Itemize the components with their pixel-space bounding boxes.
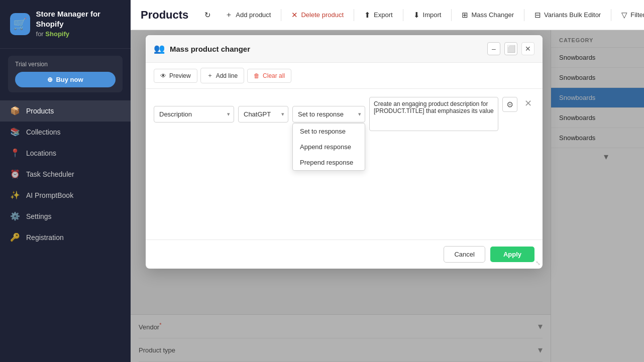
toolbar-divider-1 (281, 9, 281, 21)
sidebar-item-locations[interactable]: 📍 Locations (0, 143, 131, 164)
export-icon: ⬆ (364, 11, 371, 20)
add-product-label: Add product (236, 11, 271, 19)
sidebar-item-products-label: Products (26, 107, 54, 115)
import-icon: ⬇ (413, 11, 420, 20)
buy-now-button[interactable]: ⊕ Buy now (15, 72, 116, 87)
variants-bulk-editor-button[interactable]: ⊟ Variants Bulk Editor (528, 7, 607, 23)
sidebar-item-ai-promptbook[interactable]: ✨ AI PromptBook (0, 185, 131, 206)
dropdown-item-set-to-response[interactable]: Set to response (293, 124, 365, 139)
sidebar-nav: 📦 Products 📚 Collections 📍 Locations ⏰ T… (0, 96, 131, 362)
mass-changer-button[interactable]: ⊞ Mass Changer (456, 7, 520, 23)
toolbar-divider-3 (403, 9, 403, 21)
buy-now-label: Buy now (56, 76, 83, 83)
mass-changer-label: Mass Changer (471, 11, 514, 19)
clear-all-button[interactable]: 🗑 Clear all (247, 69, 291, 83)
main-toolbar: Products ↻ ＋ Add product ✕ Delete produc… (131, 0, 644, 30)
action-select[interactable]: Set to response Append response Prepend … (292, 106, 365, 123)
settings-icon: ⚙️ (10, 211, 20, 221)
filter-label: Filter (630, 11, 644, 19)
modal-close-button[interactable]: ✕ (521, 42, 534, 55)
import-label: Import (423, 11, 442, 19)
toolbar-divider-6 (611, 9, 611, 21)
action-dropdown-popup: Set to response Append response Prepend … (292, 123, 365, 171)
modal-minimize-button[interactable]: – (487, 42, 500, 55)
locations-icon: 📍 (10, 148, 20, 158)
logo-sub: for Shopify (36, 29, 121, 39)
clear-all-label: Clear all (263, 72, 285, 79)
sidebar-item-collections[interactable]: 📚 Collections (0, 122, 131, 143)
products-icon: 📦 (10, 106, 20, 116)
dropdown-item-prepend-response[interactable]: Prepend response (293, 155, 365, 170)
add-line-label: Add line (216, 72, 238, 79)
modal-title: Mass product changer (170, 45, 250, 53)
action-select-container: Set to response Append response Prepend … (292, 106, 365, 123)
sidebar-item-settings[interactable]: ⚙️ Settings (0, 206, 131, 227)
page-title: Products (141, 9, 188, 22)
preview-icon: 👁 (160, 72, 166, 79)
delete-row-button[interactable]: ✕ (521, 97, 534, 110)
resize-handle[interactable]: ⤡ (535, 260, 541, 267)
modal-footer: Cancel Apply ⤡ (146, 239, 543, 269)
modal-overlay: 👥 Mass product changer – ⬜ ✕ 👁 Preview (131, 30, 644, 362)
sidebar-item-registration-label: Registration (26, 233, 64, 242)
mass-changer-icon: ⊞ (462, 11, 468, 20)
modal-header-icon: 👥 (154, 43, 165, 54)
sidebar-item-ai-promptbook-label: AI PromptBook (26, 191, 73, 199)
sidebar-item-settings-label: Settings (26, 212, 52, 220)
buy-now-icon: ⊕ (47, 76, 53, 83)
variants-bulk-editor-label: Variants Bulk Editor (544, 11, 601, 19)
sidebar: 🛒 Store Manager for Shopify for Shopify … (0, 0, 131, 362)
modal-maximize-button[interactable]: ⬜ (504, 42, 517, 55)
logo-for: for (36, 30, 46, 38)
delete-product-button[interactable]: ✕ Delete product (285, 7, 350, 23)
variants-bulk-editor-icon: ⊟ (534, 11, 541, 20)
action-select-wrapper: Set to response Append response Prepend … (292, 106, 365, 123)
chatgpt-prompt-input[interactable]: Create an engaging product description f… (369, 97, 498, 131)
add-line-button[interactable]: ＋ Add line (200, 68, 244, 83)
export-label: Export (374, 11, 393, 19)
sidebar-item-products[interactable]: 📦 Products (0, 100, 131, 122)
modal-title-area: 👥 Mass product changer (154, 43, 250, 54)
add-product-icon: ＋ (225, 10, 233, 20)
preview-label: Preview (169, 72, 191, 79)
modal-header: 👥 Mass product changer – ⬜ ✕ (146, 35, 543, 63)
export-button[interactable]: ⬆ Export (358, 7, 399, 23)
logo-shopify: Shopify (45, 30, 69, 38)
trial-banner: Trial version ⊕ Buy now (8, 56, 123, 92)
modal-controls: – ⬜ ✕ (487, 42, 534, 55)
mass-product-changer-modal: 👥 Mass product changer – ⬜ ✕ 👁 Preview (146, 35, 543, 269)
sidebar-item-task-scheduler[interactable]: ⏰ Task Scheduler (0, 164, 131, 185)
rule-row-1: Description Title Price SKU Vendor Tags (154, 97, 534, 131)
trial-label: Trial version (15, 61, 116, 68)
field-select-wrapper: Description Title Price SKU Vendor Tags (154, 106, 234, 123)
logo-text: Store Manager for Shopify for Shopify (36, 9, 121, 39)
method-select-wrapper: ChatGPT (238, 106, 288, 123)
preview-button[interactable]: 👁 Preview (154, 69, 197, 83)
method-select[interactable]: ChatGPT (238, 106, 288, 123)
refresh-icon: ↻ (204, 11, 211, 20)
ai-promptbook-icon: ✨ (10, 190, 20, 200)
filter-icon: ▽ (621, 11, 627, 20)
modal-body: Description Title Price SKU Vendor Tags (146, 89, 543, 239)
logo-icon: 🛒 (10, 13, 30, 35)
field-select[interactable]: Description Title Price SKU Vendor Tags (154, 106, 234, 123)
refresh-button[interactable]: ↻ (198, 7, 217, 23)
import-button[interactable]: ⬇ Import (407, 7, 448, 23)
toolbar-divider-2 (354, 9, 354, 21)
apply-button[interactable]: Apply (490, 247, 534, 262)
toolbar-divider-5 (524, 9, 524, 21)
filter-button[interactable]: ▽ Filter (615, 7, 644, 23)
main-area: Products ↻ ＋ Add product ✕ Delete produc… (131, 0, 644, 362)
logo-area: 🛒 Store Manager for Shopify for Shopify (0, 0, 131, 49)
add-product-button[interactable]: ＋ Add product (219, 7, 277, 23)
registration-icon: 🔑 (10, 232, 20, 243)
dropdown-item-append-response[interactable]: Append response (293, 139, 365, 155)
sidebar-item-task-scheduler-label: Task Scheduler (26, 170, 74, 178)
cancel-button[interactable]: Cancel (444, 246, 485, 263)
delete-product-icon: ✕ (291, 11, 298, 20)
delete-product-label: Delete product (301, 11, 344, 19)
task-scheduler-icon: ⏰ (10, 169, 20, 179)
sidebar-item-registration[interactable]: 🔑 Registration (0, 227, 131, 248)
content-area: CATEGORY Snowboards Snowboards Snowboard… (131, 30, 644, 362)
ai-settings-button[interactable]: ⚙ (502, 97, 517, 112)
